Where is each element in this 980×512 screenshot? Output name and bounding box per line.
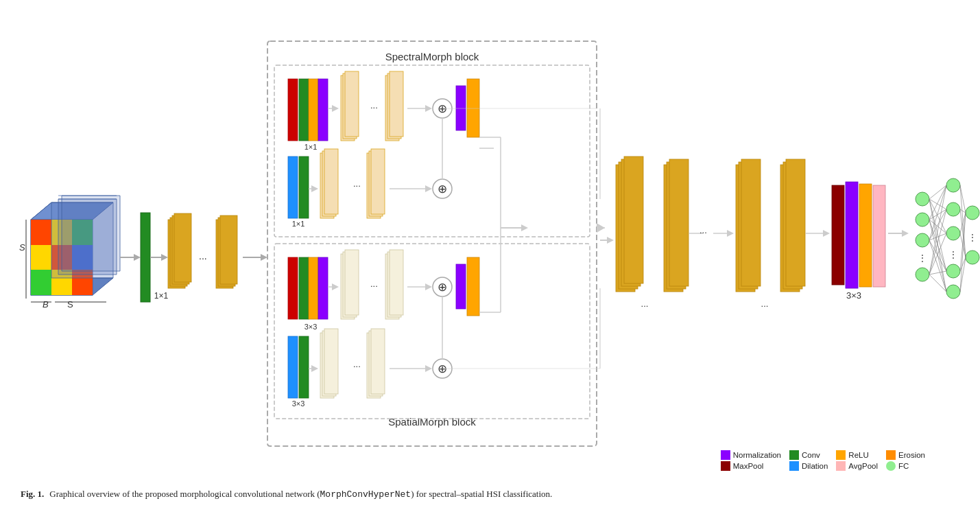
svg-rect-42 (318, 79, 328, 141)
svg-rect-59 (288, 156, 298, 218)
svg-text:...: ... (199, 251, 207, 261)
dilation-label: Dilation (802, 462, 828, 470)
svg-rect-76 (288, 257, 298, 319)
svg-point-157 (916, 233, 929, 247)
erosion-label: Erosion (898, 451, 925, 459)
svg-rect-69 (371, 149, 385, 214)
fig-text: Graphical overview of the proposed morph… (49, 489, 552, 500)
svg-rect-23 (141, 213, 150, 302)
svg-rect-150 (846, 182, 858, 288)
svg-line-166 (929, 185, 946, 199)
svg-marker-72 (425, 185, 432, 192)
main-container: S B S ... 1×1 (0, 0, 980, 512)
svg-marker-91 (425, 283, 432, 290)
svg-rect-47 (345, 71, 359, 137)
svg-rect-4 (31, 220, 51, 245)
svg-marker-35 (261, 254, 267, 261)
svg-rect-151 (859, 184, 872, 287)
legend-normalization: Normalization (721, 450, 781, 460)
legend-avgpool: AvgPool (836, 461, 878, 471)
figure-caption: Fig. 1. Graphical overview of the propos… (21, 489, 552, 500)
svg-text:1×1: 1×1 (292, 220, 305, 228)
legend-fc: FC (886, 461, 925, 471)
svg-point-164 (946, 264, 960, 278)
fig-label: Fig. 1. (21, 489, 44, 500)
svg-rect-60 (299, 156, 309, 218)
svg-line-184 (929, 271, 946, 275)
svg-marker-17 (62, 196, 120, 271)
maxpool-color (721, 461, 730, 471)
svg-text:...: ... (370, 279, 378, 289)
svg-point-161 (946, 202, 960, 216)
svg-line-174 (929, 220, 946, 271)
svg-text:⊕: ⊕ (438, 281, 447, 294)
svg-marker-22 (134, 254, 141, 261)
svg-rect-131 (624, 156, 643, 283)
svg-line-183 (929, 233, 946, 275)
conv-label: Conv (802, 451, 820, 459)
spectral-morph-title: SpectralMorph block (385, 51, 479, 62)
svg-rect-94 (456, 264, 466, 309)
relu-color (836, 450, 846, 460)
svg-point-188 (966, 251, 979, 264)
svg-rect-96 (288, 336, 298, 398)
svg-rect-7 (31, 245, 51, 270)
svg-point-159 (916, 268, 929, 281)
legend-dilation: Dilation (789, 461, 828, 471)
conv1x1-label: 1×1 (154, 291, 169, 301)
normalization-color (721, 450, 730, 460)
svg-point-187 (966, 206, 979, 220)
svg-rect-39 (288, 79, 298, 141)
svg-rect-106 (371, 329, 385, 394)
fc-color (886, 461, 896, 471)
svg-rect-149 (832, 185, 844, 285)
svg-text:1×1: 1×1 (304, 143, 318, 151)
svg-marker-61 (311, 185, 318, 192)
svg-text:...: ... (370, 100, 378, 110)
svg-line-180 (929, 240, 946, 292)
svg-text:...: ... (700, 225, 707, 235)
svg-rect-10 (31, 270, 51, 295)
caption-text1: Graphical overview of the proposed morph… (49, 489, 320, 499)
svg-rect-77 (299, 257, 309, 319)
svg-text:...: ... (761, 299, 769, 309)
legend: Normalization Conv ReLU Erosion MaxPool … (721, 450, 925, 471)
normalization-label: Normalization (733, 451, 781, 459)
svg-marker-25 (161, 254, 168, 261)
caption-monospace: MorphConvHyperNet (320, 489, 411, 500)
maxpool-label: MaxPool (733, 462, 764, 470)
svg-rect-95 (467, 257, 479, 316)
svg-text:⋮: ⋮ (968, 233, 977, 242)
svg-rect-146 (786, 159, 805, 286)
s-axis-label: S (19, 242, 25, 253)
svg-point-155 (916, 192, 929, 206)
svg-marker-54 (425, 105, 432, 112)
svg-rect-152 (873, 185, 885, 287)
svg-text:3×3: 3×3 (304, 323, 318, 331)
svg-rect-65 (324, 149, 338, 214)
b-axis-label: B (43, 299, 49, 310)
svg-point-160 (946, 178, 960, 192)
svg-rect-135 (669, 159, 689, 286)
svg-marker-121 (521, 224, 528, 231)
final-conv-label: 3×3 (846, 290, 861, 301)
s-bottom-label: S (67, 299, 73, 310)
svg-marker-139 (727, 230, 734, 237)
svg-rect-142 (741, 159, 761, 286)
legend-erosion: Erosion (886, 450, 925, 460)
svg-rect-78 (309, 257, 318, 319)
legend-relu: ReLU (836, 450, 878, 460)
dilation-color (789, 461, 799, 471)
spatial-morph-title: SpatialMorph block (388, 416, 476, 428)
svg-rect-51 (390, 71, 403, 137)
svg-rect-33 (220, 216, 237, 284)
svg-rect-41 (309, 79, 318, 141)
architecture-diagram: S B S ... 1×1 (0, 0, 980, 487)
legend-conv: Conv (789, 450, 828, 460)
conv-color (789, 450, 799, 460)
svg-marker-148 (823, 230, 830, 237)
svg-marker-80 (332, 283, 339, 290)
svg-marker-98 (311, 365, 318, 372)
svg-point-162 (946, 226, 960, 240)
svg-rect-88 (390, 250, 403, 315)
